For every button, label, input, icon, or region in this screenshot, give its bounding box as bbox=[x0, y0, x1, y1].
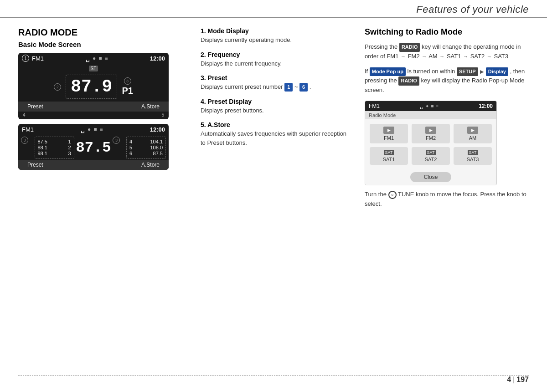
circle-1: 1 bbox=[22, 55, 29, 62]
feature-1-title: 1. Mode Display bbox=[201, 27, 351, 35]
popup-mode-grid: ▶ FM1 ▶ FM2 ▶ AM SAT SAT1 bbox=[365, 119, 496, 169]
popup-close-btn[interactable]: Close bbox=[410, 172, 452, 182]
rs2-num-2: 2 bbox=[68, 145, 71, 150]
rs2-item-6: 6 87.5 bbox=[129, 151, 163, 156]
feature-4-title: 4. Preset Display bbox=[201, 98, 351, 105]
feature-4: 4. Preset Display Displays preset button… bbox=[201, 98, 351, 115]
popup-subtitle: Radio Mode bbox=[365, 111, 496, 119]
rs2-body: 3 87.5 1 88.1 2 98.1 3 87.5 bbox=[18, 135, 169, 160]
radio-screen-2: FM1 ␣ ● ■ ≡ 12:00 3 87.5 1 bbox=[18, 124, 169, 170]
popup-fm1-label: FM1 bbox=[384, 135, 394, 141]
page-header: Features of your vehicle bbox=[0, 0, 547, 15]
radio-badge-2: RADIO bbox=[398, 76, 419, 86]
col-right: Switching to Radio Mode Pressing the RAD… bbox=[351, 27, 529, 209]
rs2-time: 12:00 bbox=[150, 126, 165, 133]
page-title: Features of your vehicle bbox=[416, 4, 529, 15]
basic-mode-subtitle: Basic Mode Screen bbox=[18, 41, 191, 48]
popup-fm2-label: FM2 bbox=[426, 135, 436, 141]
popup-sat3-label: SAT3 bbox=[467, 157, 479, 162]
footer: 4 | 197 bbox=[507, 376, 529, 384]
tune-label: TUNE bbox=[398, 191, 416, 198]
tilde: ~ bbox=[294, 83, 299, 90]
rs2-astore-btn: A.Store bbox=[141, 162, 160, 168]
tune-before: Turn the bbox=[365, 191, 388, 198]
rs1-num5: 5 bbox=[161, 112, 164, 117]
rs2-top-bar: FM1 ␣ ● ■ ≡ 12:00 bbox=[18, 124, 169, 135]
rs2-freq-5: 108.0 bbox=[150, 145, 163, 150]
popup-mode-sat1[interactable]: SAT SAT1 bbox=[370, 147, 408, 165]
para2-if: If bbox=[365, 68, 370, 75]
rs2-freq-large: 87.5 bbox=[76, 137, 111, 159]
para1: Pressing the RADIO key will change the o… bbox=[365, 42, 529, 61]
rs2-fm-label: FM1 bbox=[22, 126, 34, 133]
rs2-item-1: 87.5 1 bbox=[38, 139, 71, 144]
feature-2-title: 2. Frequency bbox=[201, 51, 351, 58]
rs1-bottom-bar: Preset A.Store bbox=[18, 102, 169, 112]
feature-2-desc: Displays the current frequency. bbox=[201, 59, 351, 68]
arrow-5: → bbox=[487, 53, 492, 61]
footer-divider bbox=[18, 375, 529, 376]
popup-mode-fm2[interactable]: ▶ FM2 bbox=[412, 124, 450, 143]
feature-3-title: 3. Preset bbox=[201, 74, 351, 81]
popup-fm2-icon: ▶ bbox=[425, 127, 436, 134]
popup-mode-am[interactable]: ▶ AM bbox=[454, 124, 492, 143]
circle-3-right: 3 bbox=[113, 137, 120, 144]
badge-6: 6 bbox=[299, 83, 308, 92]
rs2-icons: ␣ ● ■ ≡ bbox=[81, 126, 103, 133]
rs1-fm-label: FM1 bbox=[32, 55, 44, 62]
circle-3-left: 3 bbox=[21, 137, 28, 144]
rs1-num-labels: 4 5 bbox=[18, 112, 169, 119]
footer-page-sub: 197 bbox=[516, 376, 529, 384]
feature-5-desc: Automatically saves frequencies with sup… bbox=[201, 129, 351, 147]
rs2-freq-2: 88.1 bbox=[38, 145, 47, 150]
feature-3: 3. Preset Displays current preset number… bbox=[201, 74, 351, 92]
rs2-bottom-bar: Preset A.Store bbox=[18, 160, 169, 170]
rs2-item-5: 5 108.0 bbox=[129, 145, 163, 150]
popup-fm1-icon: ▶ bbox=[383, 127, 394, 134]
popup-icons: ␣ ● ■ ≡ bbox=[420, 103, 439, 109]
rs2-freq-1: 87.5 bbox=[38, 139, 47, 144]
radio-mode-title: RADIO MODE bbox=[18, 27, 191, 38]
popup-sat1-label: SAT1 bbox=[383, 157, 395, 162]
badge-1: 1 bbox=[284, 83, 293, 92]
popup-mode-sat3[interactable]: SAT SAT3 bbox=[454, 147, 492, 165]
rs2-num-5: 5 bbox=[129, 145, 132, 150]
feature-1-desc: Displays currently operating mode. bbox=[201, 36, 351, 45]
feature-1: 1. Mode Display Displays currently opera… bbox=[201, 27, 351, 45]
feature-4-desc: Displays preset buttons. bbox=[201, 106, 351, 115]
rs1-top-bar: 1 FM1 ␣ ● ■ ≡ 12:00 bbox=[18, 53, 169, 64]
switching-title: Switching to Radio Mode bbox=[365, 27, 529, 37]
popup-sat1-icon: SAT bbox=[384, 150, 394, 155]
popup-mode-fm1[interactable]: ▶ FM1 bbox=[370, 124, 408, 143]
tune-text: Turn the ○ TUNE knob to move the focus. … bbox=[365, 190, 529, 209]
rs1-freq-box: 87.9 bbox=[66, 75, 117, 99]
popup-am-icon: ▶ bbox=[467, 127, 478, 134]
rs2-num-4: 4 bbox=[129, 139, 132, 144]
col-mid: 1. Mode Display Displays currently opera… bbox=[191, 27, 351, 209]
para2: If Mode Pop up is turned on within SETUP… bbox=[365, 67, 529, 95]
popup-time: 12:00 bbox=[479, 103, 493, 109]
rs1-st-badge: ST bbox=[89, 66, 98, 71]
circle-3-top: 3 bbox=[124, 77, 131, 85]
feature-5-title: 5. A.Store bbox=[201, 121, 351, 128]
tune-knob: ○ bbox=[388, 191, 397, 199]
para2-mid: is turned on within bbox=[408, 68, 457, 75]
popup-mode-sat2[interactable]: SAT SAT2 bbox=[412, 147, 450, 165]
feature-3-text: Displays current preset number bbox=[201, 83, 284, 90]
popup-header: FM1 ␣ ● ■ ≡ 12:00 bbox=[365, 101, 496, 111]
para1-before: Pressing the bbox=[365, 43, 399, 50]
display-badge: Display bbox=[486, 67, 508, 76]
popup-fm-label: FM1 bbox=[369, 103, 380, 109]
rs1-icons: ␣ ● ■ ≡ bbox=[86, 55, 108, 62]
rs2-freq-4: 104.1 bbox=[150, 139, 163, 144]
feature-3-desc: Displays current preset number 1 ~ 6 . bbox=[201, 82, 351, 92]
rs2-freq-6: 87.5 bbox=[153, 151, 163, 156]
rs1-time: 12:00 bbox=[150, 55, 165, 62]
popup-sat2-icon: SAT bbox=[426, 150, 436, 155]
footer-page-num: 4 bbox=[507, 376, 511, 384]
rs2-item-4: 4 104.1 bbox=[129, 139, 163, 144]
arrow-4: → bbox=[463, 53, 468, 61]
popup-screen: FM1 ␣ ● ■ ≡ 12:00 Radio Mode ▶ FM1 ▶ bbox=[365, 101, 497, 185]
main-content: RADIO MODE Basic Mode Screen 1 FM1 ␣ ● ■… bbox=[0, 18, 547, 209]
rs2-num-1: 1 bbox=[68, 139, 71, 144]
